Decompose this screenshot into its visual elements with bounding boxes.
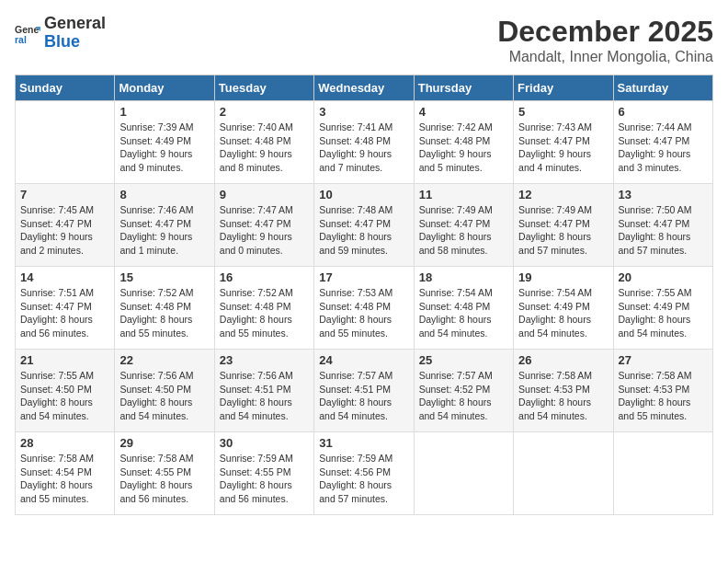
calendar-cell: 20Sunrise: 7:55 AMSunset: 4:49 PMDayligh… [613, 267, 712, 350]
day-number: 24 [319, 353, 408, 367]
day-info: Sunrise: 7:51 AMSunset: 4:47 PMDaylight:… [20, 286, 109, 340]
calendar-cell: 30Sunrise: 7:59 AMSunset: 4:55 PMDayligh… [214, 432, 313, 515]
day-info: Sunrise: 7:59 AMSunset: 4:55 PMDaylight:… [220, 452, 309, 506]
calendar-cell: 3Sunrise: 7:41 AMSunset: 4:48 PMDaylight… [314, 101, 414, 184]
calendar-cell: 29Sunrise: 7:58 AMSunset: 4:55 PMDayligh… [115, 432, 214, 515]
calendar-cell: 6Sunrise: 7:44 AMSunset: 4:47 PMDaylight… [613, 101, 712, 184]
calendar-week-3: 14Sunrise: 7:51 AMSunset: 4:47 PMDayligh… [16, 267, 713, 350]
day-number: 16 [220, 270, 309, 284]
calendar-cell: 26Sunrise: 7:58 AMSunset: 4:53 PMDayligh… [514, 350, 613, 432]
calendar-cell: 15Sunrise: 7:52 AMSunset: 4:48 PMDayligh… [115, 267, 214, 350]
calendar-week-2: 7Sunrise: 7:45 AMSunset: 4:47 PMDaylight… [16, 184, 713, 267]
page-header: Gene ral General Blue December 2025 Mand… [15, 15, 713, 65]
day-number: 28 [20, 436, 109, 450]
calendar-cell [16, 101, 115, 184]
day-header-thursday: Thursday [414, 75, 513, 101]
calendar-cell: 5Sunrise: 7:43 AMSunset: 4:47 PMDaylight… [514, 101, 613, 184]
day-info: Sunrise: 7:54 AMSunset: 4:49 PMDaylight:… [518, 286, 608, 340]
calendar-week-1: 1Sunrise: 7:39 AMSunset: 4:49 PMDaylight… [16, 101, 713, 184]
calendar-cell: 14Sunrise: 7:51 AMSunset: 4:47 PMDayligh… [16, 267, 115, 350]
calendar-cell: 12Sunrise: 7:49 AMSunset: 4:47 PMDayligh… [514, 184, 613, 267]
day-info: Sunrise: 7:57 AMSunset: 4:52 PMDaylight:… [419, 369, 508, 423]
calendar-cell [514, 432, 613, 515]
calendar-week-4: 21Sunrise: 7:55 AMSunset: 4:50 PMDayligh… [16, 350, 713, 432]
day-info: Sunrise: 7:49 AMSunset: 4:47 PMDaylight:… [518, 203, 608, 258]
day-number: 25 [419, 353, 508, 367]
calendar-cell: 9Sunrise: 7:47 AMSunset: 4:47 PMDaylight… [214, 184, 313, 267]
day-info: Sunrise: 7:59 AMSunset: 4:56 PMDaylight:… [319, 452, 408, 506]
day-info: Sunrise: 7:50 AMSunset: 4:47 PMDaylight:… [619, 203, 708, 258]
calendar-cell: 27Sunrise: 7:58 AMSunset: 4:53 PMDayligh… [613, 350, 712, 432]
calendar-cell: 19Sunrise: 7:54 AMSunset: 4:49 PMDayligh… [514, 267, 613, 350]
day-number: 11 [419, 188, 508, 201]
day-number: 7 [20, 188, 109, 201]
logo: Gene ral General Blue [15, 15, 106, 52]
day-info: Sunrise: 7:58 AMSunset: 4:55 PMDaylight:… [119, 452, 209, 506]
day-info: Sunrise: 7:55 AMSunset: 4:49 PMDaylight:… [619, 286, 708, 340]
logo-icon: Gene ral [15, 20, 40, 46]
day-info: Sunrise: 7:56 AMSunset: 4:51 PMDaylight:… [220, 369, 309, 423]
calendar-cell: 2Sunrise: 7:40 AMSunset: 4:48 PMDaylight… [214, 101, 313, 184]
day-number: 27 [619, 353, 708, 367]
day-number: 6 [619, 105, 708, 119]
day-info: Sunrise: 7:58 AMSunset: 4:53 PMDaylight:… [518, 369, 608, 423]
day-info: Sunrise: 7:44 AMSunset: 4:47 PMDaylight:… [619, 121, 708, 175]
day-info: Sunrise: 7:47 AMSunset: 4:47 PMDaylight:… [220, 203, 309, 258]
day-info: Sunrise: 7:39 AMSunset: 4:49 PMDaylight:… [119, 121, 209, 175]
day-number: 10 [319, 188, 408, 201]
day-info: Sunrise: 7:41 AMSunset: 4:48 PMDaylight:… [319, 121, 408, 175]
day-header-tuesday: Tuesday [214, 75, 313, 101]
calendar-cell: 31Sunrise: 7:59 AMSunset: 4:56 PMDayligh… [314, 432, 414, 515]
day-header-sunday: Sunday [16, 75, 115, 101]
calendar-cell [613, 432, 712, 515]
day-number: 9 [220, 188, 309, 201]
calendar-cell: 23Sunrise: 7:56 AMSunset: 4:51 PMDayligh… [214, 350, 313, 432]
calendar-cell [414, 432, 513, 515]
calendar-cell: 1Sunrise: 7:39 AMSunset: 4:49 PMDaylight… [115, 101, 214, 184]
day-number: 20 [619, 270, 708, 284]
logo-general: General [44, 15, 106, 33]
day-header-wednesday: Wednesday [314, 75, 414, 101]
day-header-saturday: Saturday [613, 75, 712, 101]
calendar-cell: 7Sunrise: 7:45 AMSunset: 4:47 PMDaylight… [16, 184, 115, 267]
calendar-cell: 24Sunrise: 7:57 AMSunset: 4:51 PMDayligh… [314, 350, 414, 432]
day-number: 19 [518, 270, 608, 284]
calendar-cell: 16Sunrise: 7:52 AMSunset: 4:48 PMDayligh… [214, 267, 313, 350]
day-number: 14 [20, 270, 109, 284]
day-info: Sunrise: 7:52 AMSunset: 4:48 PMDaylight:… [119, 286, 209, 340]
day-info: Sunrise: 7:48 AMSunset: 4:47 PMDaylight:… [319, 203, 408, 258]
day-header-friday: Friday [514, 75, 613, 101]
title-section: December 2025 Mandalt, Inner Mongolia, C… [497, 15, 713, 65]
calendar-header-row: SundayMondayTuesdayWednesdayThursdayFrid… [16, 75, 713, 101]
day-number: 3 [319, 105, 408, 119]
calendar-cell: 8Sunrise: 7:46 AMSunset: 4:47 PMDaylight… [115, 184, 214, 267]
logo-blue: Blue [44, 33, 106, 52]
day-number: 5 [518, 105, 608, 119]
day-info: Sunrise: 7:46 AMSunset: 4:47 PMDaylight:… [119, 203, 209, 258]
day-info: Sunrise: 7:52 AMSunset: 4:48 PMDaylight:… [220, 286, 309, 340]
calendar-cell: 13Sunrise: 7:50 AMSunset: 4:47 PMDayligh… [613, 184, 712, 267]
calendar-cell: 17Sunrise: 7:53 AMSunset: 4:48 PMDayligh… [314, 267, 414, 350]
page-subtitle: Mandalt, Inner Mongolia, China [497, 49, 713, 65]
calendar-cell: 22Sunrise: 7:56 AMSunset: 4:50 PMDayligh… [115, 350, 214, 432]
day-info: Sunrise: 7:45 AMSunset: 4:47 PMDaylight:… [20, 203, 109, 258]
day-number: 26 [518, 353, 608, 367]
day-number: 22 [119, 353, 209, 367]
day-number: 17 [319, 270, 408, 284]
day-number: 13 [619, 188, 708, 201]
page-title: December 2025 [497, 15, 713, 49]
day-info: Sunrise: 7:57 AMSunset: 4:51 PMDaylight:… [319, 369, 408, 423]
day-info: Sunrise: 7:42 AMSunset: 4:48 PMDaylight:… [419, 121, 508, 175]
day-header-monday: Monday [115, 75, 214, 101]
day-number: 12 [518, 188, 608, 201]
day-info: Sunrise: 7:49 AMSunset: 4:47 PMDaylight:… [419, 203, 508, 258]
calendar-cell: 11Sunrise: 7:49 AMSunset: 4:47 PMDayligh… [414, 184, 513, 267]
day-info: Sunrise: 7:58 AMSunset: 4:53 PMDaylight:… [619, 369, 708, 423]
day-number: 30 [220, 436, 309, 450]
day-number: 8 [119, 188, 209, 201]
day-info: Sunrise: 7:56 AMSunset: 4:50 PMDaylight:… [119, 369, 209, 423]
calendar-table: SundayMondayTuesdayWednesdayThursdayFrid… [15, 75, 713, 515]
calendar-week-5: 28Sunrise: 7:58 AMSunset: 4:54 PMDayligh… [16, 432, 713, 515]
day-number: 18 [419, 270, 508, 284]
day-number: 1 [119, 105, 209, 119]
